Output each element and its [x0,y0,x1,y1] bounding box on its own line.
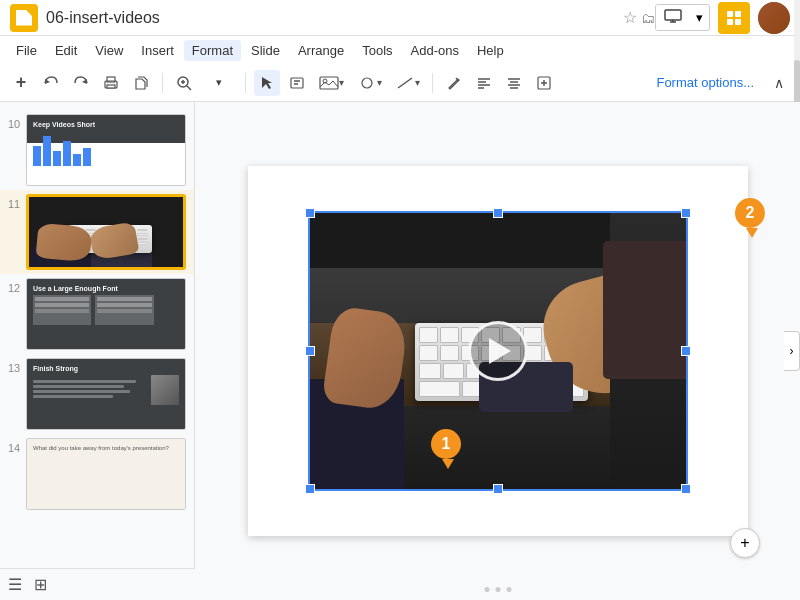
slide-num-11: 11 [8,198,26,210]
slide10-chart [33,136,91,166]
handle-bottom-right[interactable] [681,484,691,494]
select-tool[interactable] [254,70,280,96]
svg-rect-4 [735,11,741,17]
redo-button[interactable] [68,70,94,96]
slide-panel: 10 Keep Videos Short 11 [0,102,195,600]
zoom-dropdown[interactable]: ▾ [201,70,237,96]
slide-item-12[interactable]: 12 Use a Large Enough Font [0,274,194,354]
copy-format-button[interactable] [128,70,154,96]
lines-tool[interactable]: ▾ [390,70,424,96]
play-button[interactable] [468,321,528,381]
dot-3 [506,587,511,592]
panel-list-icon[interactable]: ☰ [8,575,22,594]
slide-thumb-13[interactable]: Finish Strong [26,358,186,430]
menu-help[interactable]: Help [469,40,512,61]
menu-arrange[interactable]: Arrange [290,40,352,61]
dot-1 [484,587,489,592]
table-col-1 [33,295,91,325]
handle-top-left[interactable] [305,208,315,218]
image-tool[interactable]: ▾ [314,70,348,96]
hand-right [35,223,92,263]
slide13-title: Finish Strong [33,365,179,372]
print-button[interactable] [98,70,124,96]
textbox-tool[interactable] [284,70,310,96]
handle-top-right[interactable] [681,208,691,218]
panel-bottom: ☰ ⊞ [0,568,195,600]
svg-rect-16 [291,78,303,88]
add-button[interactable]: + [8,70,34,96]
table-col-2 [95,295,153,325]
insert-tool[interactable] [531,70,557,96]
canvas-area: 1 2 + › [195,102,800,600]
svg-line-22 [398,78,412,88]
title-bar: 06-insert-videos ☆ 🗂 ▾ [0,0,800,36]
align-left-tool[interactable] [471,70,497,96]
menu-addons[interactable]: Add-ons [403,40,467,61]
toolbar: + ▾ ▾ ▾ ▾ [0,64,800,102]
menu-view[interactable]: View [87,40,131,61]
slide-thumb-14[interactable]: What did you take away from today's pres… [26,438,186,510]
handle-bottom-left[interactable] [305,484,315,494]
handle-top-middle[interactable] [493,208,503,218]
slide-item-13[interactable]: 13 Finish Strong [0,354,194,434]
toolbar-divider-1 [162,73,163,93]
badge2-tail [746,228,758,238]
slide-num-14: 14 [8,442,26,454]
folder-icon[interactable]: 🗂 [641,10,655,26]
addon-button[interactable] [718,2,750,34]
svg-rect-6 [735,19,741,25]
present-button[interactable]: ▾ [655,4,710,31]
present-dropdown-arrow[interactable]: ▾ [690,6,709,29]
shapes-tool[interactable]: ▾ [352,70,386,96]
slide14-text: What did you take away from today's pres… [33,445,179,453]
toolbar-divider-3 [432,73,433,93]
slide11-videoscene [29,197,183,267]
badge-2: 2 [735,198,765,228]
format-options-button[interactable]: Format options... [648,71,762,94]
handle-bottom-middle[interactable] [493,484,503,494]
menu-format[interactable]: Format [184,40,241,61]
svg-rect-5 [727,19,733,25]
bar-6 [83,148,91,166]
undo-button[interactable] [38,70,64,96]
menu-tools[interactable]: Tools [354,40,400,61]
slide-thumb-10[interactable]: Keep Videos Short [26,114,186,186]
svg-rect-11 [107,85,115,88]
menu-bar: File Edit View Insert Format Slide Arran… [0,36,800,64]
collapse-toolbar-button[interactable]: ∧ [766,70,792,96]
slide-item-14[interactable]: 14 What did you take away from today's p… [0,434,194,514]
slide-thumb-12[interactable]: Use a Large Enough Font [26,278,186,350]
menu-file[interactable]: File [8,40,45,61]
slide-thumb-11[interactable] [26,194,186,270]
slide13-text [33,380,147,400]
canvas-bottom-right: + [730,528,760,558]
slide-num-12: 12 [8,282,26,294]
star-icon[interactable]: ☆ [623,8,637,27]
slide-canvas [248,166,748,536]
avatar-image [758,2,790,34]
slide10-title: Keep Videos Short [33,121,95,128]
handle-middle-right[interactable] [681,346,691,356]
panel-grid-icon[interactable]: ⊞ [34,575,47,594]
pen-tool[interactable] [441,70,467,96]
align-center-tool[interactable] [501,70,527,96]
bar-2 [43,136,51,166]
avatar[interactable] [758,2,790,34]
menu-slide[interactable]: Slide [243,40,288,61]
video-play-overlay[interactable] [310,213,686,489]
zoom-button[interactable] [171,70,197,96]
collapse-panel-button[interactable]: › [784,331,800,371]
toolbar-divider-2 [245,73,246,93]
add-slide-button[interactable]: + [730,528,760,558]
present-main[interactable] [656,5,690,30]
menu-insert[interactable]: Insert [133,40,182,61]
slide13-image [151,375,179,405]
handle-middle-left[interactable] [305,346,315,356]
slide-item-10[interactable]: 10 Keep Videos Short [0,110,194,190]
bottom-dots [484,587,511,592]
menu-edit[interactable]: Edit [47,40,85,61]
bar-5 [73,154,81,166]
svg-marker-8 [82,79,87,84]
slide-item-11[interactable]: 11 [0,190,194,274]
video-container[interactable] [308,211,688,491]
